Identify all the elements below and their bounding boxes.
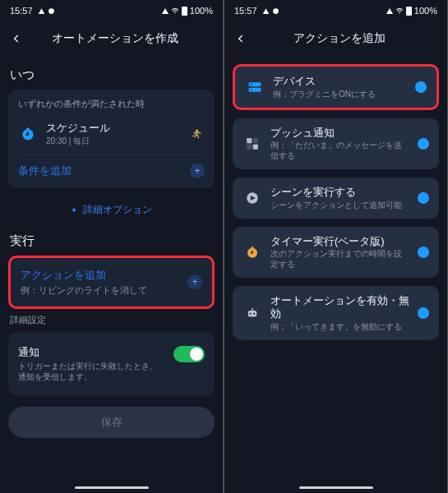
plus-icon: + [190, 164, 205, 178]
option-sub: 例：「いってきます」を無効にする [270, 321, 409, 332]
tent-icon [38, 7, 45, 15]
device-icon [245, 77, 265, 97]
screen-create-automation: 15:57 100% オートメーションを作成 いつ いずれかの条件が満たされた時 [0, 0, 223, 493]
option-title: プッシュ通知 [270, 127, 409, 140]
more-options-label: 詳細オプション [83, 203, 152, 217]
info-icon[interactable] [418, 307, 429, 319]
notify-toggle[interactable] [173, 346, 205, 362]
walk-icon [188, 126, 205, 142]
option-sub: 次のアクション実行までの時間を設定する [270, 248, 409, 270]
push-icon [242, 134, 262, 154]
battery-pct: 100% [190, 6, 213, 16]
home-indicator[interactable] [75, 486, 149, 489]
svg-point-4 [273, 8, 279, 14]
notify-sub: トリガーまたは実行に失敗したとき、通知を受信します。 [18, 361, 165, 382]
option-title: シーンを実行する [270, 186, 409, 199]
conditions-card: いずれかの条件が満たされた時 スケジュール 20:30 | 毎日 条件を追加 + [8, 90, 215, 188]
save-label: 保存 [101, 415, 122, 430]
content: いつ いずれかの条件が満たされた時 スケジュール 20:30 | 毎日 条件を追… [0, 56, 223, 483]
scene-icon [242, 188, 262, 208]
screen-add-action: 15:57 100% アクションを追加 デバイス 例：プラグミニをONにする [224, 0, 447, 493]
option-sub: 例：プラグミニをONにする [273, 89, 407, 99]
info-icon[interactable] [418, 138, 429, 150]
app-bar: オートメーションを作成 [0, 21, 223, 56]
option-title: タイマー実行(ベータ版) [270, 235, 409, 248]
signal-icon [386, 8, 393, 14]
info-icon[interactable] [418, 246, 429, 258]
svg-rect-2 [26, 127, 29, 130]
save-button[interactable]: 保存 [8, 407, 215, 438]
content: デバイス 例：プラグミニをONにする プッシュ通知 例：「ただいま」のメッセージ… [224, 56, 447, 483]
battery-icon [406, 7, 412, 16]
clock-icon [18, 124, 38, 144]
svg-rect-5 [249, 82, 261, 86]
option-title: デバイス [273, 75, 407, 88]
option-automation-toggle[interactable]: オートメーションを有効・無効 例：「いってきます」を無効にする [233, 286, 439, 339]
battery-icon [182, 7, 187, 16]
section-detail: 詳細設定 [10, 314, 213, 326]
plus-icon: + [187, 274, 202, 289]
status-bar: 15:57 100% [0, 0, 223, 21]
robot-icon [242, 303, 262, 323]
status-bar: 15:57 100% [224, 0, 447, 21]
option-device[interactable]: デバイス 例：プラグミニをONにする [233, 64, 439, 110]
app-bar: アクションを追加 [224, 21, 447, 56]
option-title: オートメーションを有効・無効 [270, 294, 409, 320]
battery-pct: 100% [414, 6, 437, 16]
option-push[interactable]: プッシュ通知 例：「ただいま」のメッセージを送信する [233, 118, 439, 170]
page-title: オートメーションを作成 [15, 31, 215, 46]
tent-icon [262, 7, 270, 15]
schedule-row[interactable]: スケジュール 20:30 | 毎日 [18, 117, 205, 151]
notify-title: 通知 [18, 346, 165, 359]
option-scene[interactable]: シーンを実行する シーンをアクションとして追加可能 [233, 177, 439, 219]
schedule-title: スケジュール [46, 122, 180, 135]
svg-point-13 [250, 313, 252, 315]
svg-point-14 [253, 313, 255, 315]
add-action-sub: 例：リビングのライトを消して [21, 285, 202, 297]
chat-icon [272, 7, 279, 15]
option-sub: シーンをアクションとして追加可能 [270, 200, 409, 210]
page-title: アクションを追加 [239, 31, 439, 46]
svg-point-0 [48, 8, 54, 14]
timer-icon [242, 242, 262, 262]
add-condition-row[interactable]: 条件を追加 + [18, 159, 205, 180]
wifi-icon [171, 7, 179, 15]
svg-point-8 [251, 89, 252, 90]
status-time: 15:57 [234, 6, 257, 16]
svg-point-7 [251, 84, 252, 85]
more-options-button[interactable]: 詳細オプション [8, 196, 215, 227]
chat-icon [48, 7, 55, 15]
svg-rect-6 [249, 88, 261, 92]
signal-icon [162, 8, 169, 14]
notification-card: 通知 トリガーまたは実行に失敗したとき、通知を受信します。 [8, 333, 215, 396]
svg-rect-11 [252, 246, 254, 248]
option-sub: 例：「ただいま」のメッセージを送信する [270, 140, 409, 161]
section-when: いつ [10, 67, 213, 83]
status-time: 15:57 [10, 6, 33, 16]
home-indicator[interactable] [299, 486, 373, 489]
svg-rect-15 [252, 308, 253, 311]
add-condition-label: 条件を追加 [18, 164, 72, 178]
info-icon[interactable] [418, 192, 429, 204]
schedule-sub: 20:30 | 毎日 [46, 136, 180, 146]
wifi-icon [395, 7, 404, 15]
svg-rect-12 [248, 311, 257, 317]
option-timer[interactable]: タイマー実行(ベータ版) 次のアクション実行までの時間を設定する [233, 227, 439, 279]
section-exec: 実行 [10, 233, 213, 249]
info-icon[interactable] [415, 81, 427, 93]
play-icon [71, 206, 78, 214]
add-action-title: アクションを追加 [21, 268, 202, 283]
conditions-note: いずれかの条件が満たされた時 [18, 98, 205, 110]
add-action-card[interactable]: アクションを追加 例：リビングのライトを消して + [8, 256, 215, 309]
